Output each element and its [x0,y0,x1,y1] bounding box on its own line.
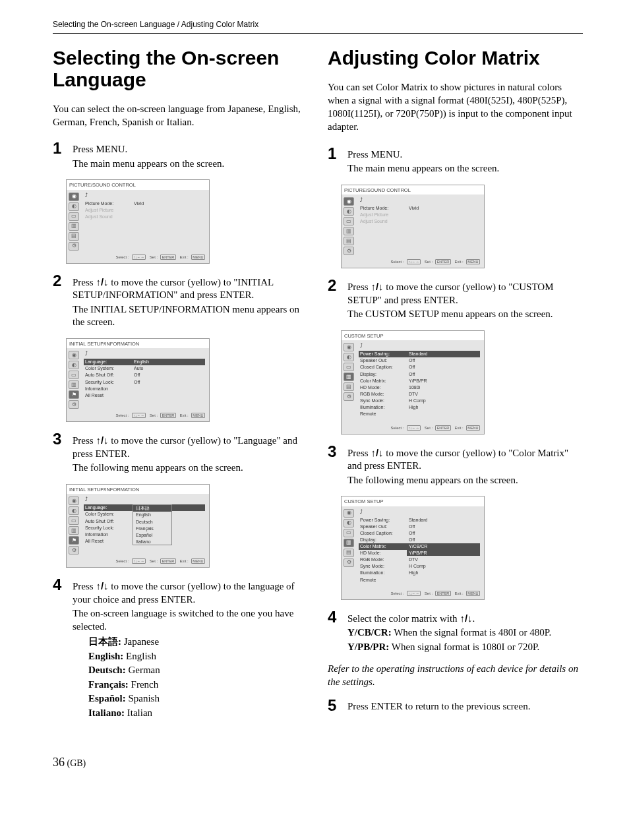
step2a: Press [73,277,96,287]
intro-left: You can select the on-screen language fr… [53,102,308,129]
r1b: The main menu appears on the screen. [347,163,499,173]
sidebar-icon: ▥ [69,380,79,389]
step-2: 2 Press ↑/↓ to move the cursor (yellow) … [53,273,308,330]
lang-es-v: Spanish [126,693,160,704]
menu-row-label: Color System: [85,511,134,517]
menu-row-label: Power Saving: [360,351,409,357]
lang-fr-v: French [129,679,158,690]
sidebar-icon: ◉ [69,351,79,359]
menu-sidebar: ◉ ◐ ▭ ▥ ▤ ⚙ [67,190,81,253]
menu-row-label: Language: [85,504,134,510]
sidebar-icon: ◐ [69,506,79,515]
menu-picture-sound-r: PICTURE/SOUND CONTROL ◉ ◐ ▭ ▥ ▤ ⚙ ⤴ Pict… [341,185,485,269]
menu-row-value: Off [409,371,480,377]
menu-row-label: Color Matrix: [360,543,409,549]
menu-footer: Select :↑↓←→ Set :ENTER Exit :MENU [67,253,209,263]
sidebar-icon: ⚙ [344,247,354,255]
step2c: The INITIAL SETUP/INFORMATION menu appea… [73,304,299,328]
sidebar-icon: ◐ [344,353,354,361]
menu-row-label: RGB Mode: [360,391,409,397]
menu-row-label: Illumination: [360,570,409,576]
menu-row-value: DTV [409,556,480,562]
menu-title: INITIAL SETUP/INFORMATION [67,485,209,495]
step-3: 3 Press ↑/↓ to move the cursor (yellow) … [53,431,308,476]
sidebar-icon: ▥ [69,526,79,535]
back-icon: ⤴ [360,509,480,516]
step4c: The on-screen language is switched to th… [73,608,293,632]
r1a: Press MENU. [347,149,402,160]
menu-row-label: Adjust Sound [85,214,134,220]
back-icon: ⤴ [360,197,480,204]
menu-row-label: Display: [360,371,409,377]
header-rule [53,33,583,34]
r4d-l: Y/PB/PR: [347,642,389,652]
lang-en-l: English: [88,651,123,661]
step1-text2: The main menu appears on the screen. [73,158,224,169]
sidebar-icon: ▤ [344,382,354,391]
step-number: 5 [328,698,341,715]
sidebar-icon: ▤ [344,237,354,245]
menu-title: PICTURE/SOUND CONTROL [67,180,209,190]
sidebar-icon: ◐ [344,519,354,527]
menu-row-label: Sync Mode: [360,563,409,569]
menu-row-value: English [134,359,204,365]
step-r1: 1 Press MENU. The main menu appears on t… [328,146,583,177]
menu-row-label: Auto Shut Off: [85,518,134,524]
menu-footer: Select :↑↓←→ Set :ENTER Exit :MENU [67,411,209,421]
sidebar-icon: ◐ [69,202,79,211]
sidebar-icon: ⚙ [344,392,354,401]
lang-es-l: Español: [88,693,126,704]
sidebar-icon: ▭ [69,516,79,525]
sidebar-icon: ⚑ [69,390,79,399]
menu-custom-setup-cm: CUSTOM SETUP ◉ ◐ ▭ ▥ ▤ ⚙ ⤴ Power Saving:… [341,496,485,600]
r2a: Press [347,282,371,292]
menu-row-label: Remote [360,411,409,417]
menu-row-value: Off [409,530,480,536]
arrow-up-down-icon: ↑/↓ [96,276,108,287]
menu-row-value: Vivid [134,200,205,206]
r2c: The CUSTOM SETUP menu appears on the scr… [347,309,553,319]
step-number: 2 [53,273,66,330]
menu-custom-setup: CUSTOM SETUP ◉ ◐ ▭ ▥ ▤ ⚙ ⤴ Power Saving:… [341,330,485,435]
r4d-v: When signal format is 1080I or 720P. [389,642,539,652]
menu-row-label: Picture Mode: [85,200,134,206]
arrow-up-down-icon: ↑/↓ [371,281,383,292]
sidebar-icon: ◐ [344,207,354,216]
menu-row-label: Display: [360,537,409,543]
page-number: 36 (GB) [53,755,583,770]
sidebar-icon: ⚙ [69,242,79,251]
menu-row-label: Information [85,531,134,537]
sidebar-icon: ▭ [344,529,354,537]
r3a: Press [347,448,371,458]
menu-initial-setup: INITIAL SETUP/INFORMATION ◉ ◐ ▭ ▥ ⚑ ⚙ ⤴ … [66,338,210,423]
dropdown-item: Español [133,531,171,538]
menu-row-label: Adjust Sound [360,218,409,224]
sidebar-icon: ◉ [69,496,79,505]
r4c-v: When the signal format is 480I or 480P. [392,627,552,638]
menu-sidebar: ◉ ◐ ▭ ▥ ⚑ ⚙ [67,348,81,411]
back-icon: ⤴ [85,351,205,357]
dropdown-item: English [133,512,171,518]
menu-row-value: Vivid [409,205,480,211]
intro-right: You can set Color Matrix to show picture… [328,80,583,134]
sidebar-icon: ◉ [344,343,354,351]
menu-sidebar: ◉ ◐ ▭ ▥ ▤ ⚙ [342,506,356,589]
menu-title: INITIAL SETUP/INFORMATION [67,339,209,349]
menu-row-value: Y/PB/PR [407,550,480,556]
menu-row-label: RGB Mode: [360,556,409,562]
r3c: The following menu appears on the screen… [347,475,518,485]
menu-title: CUSTOM SETUP [342,496,484,506]
arrow-up-down-icon: ↑/↓ [96,580,108,591]
menu-row-label: Illumination: [360,404,409,410]
menu-sidebar: ◉ ◐ ▭ ▥ ⚑ ⚙ [67,494,81,557]
arrow-up-down-icon: ↑/↓ [460,613,472,624]
sidebar-icon: ◉ [344,509,354,518]
sidebar-icon: ▥ [69,222,79,231]
menu-sidebar: ◉ ◐ ▭ ▥ ▤ ⚙ [342,195,356,258]
menu-row-value: Y/CB/CR [409,543,479,549]
sidebar-icon: ▤ [344,549,354,557]
menu-row-value: H Comp [409,563,480,569]
sidebar-icon: ▭ [344,217,354,225]
left-column: Selecting the On-screen Language You can… [53,47,308,729]
menu-row-label: Speaker Out: [360,357,409,363]
